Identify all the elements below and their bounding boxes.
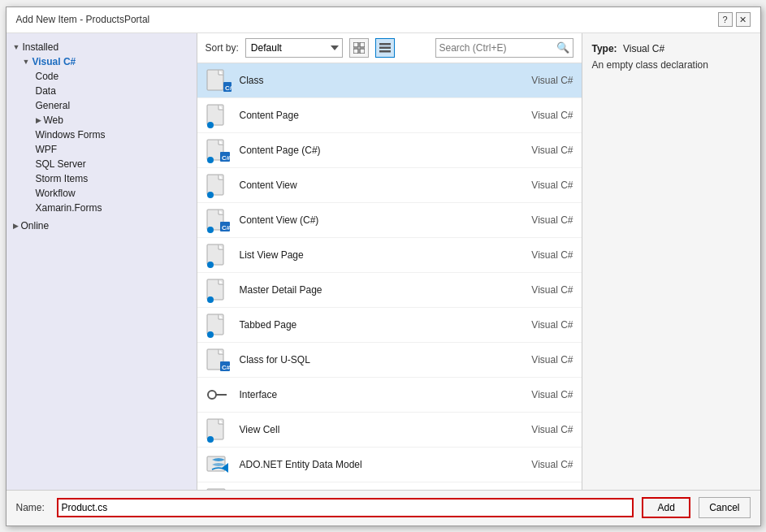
dialog-title: Add New Item - ProductsPortal — [16, 14, 150, 25]
svg-point-27 — [207, 331, 214, 338]
sidebar-item-wpf[interactable]: WPF — [6, 142, 197, 157]
sidebar-item-xamarin-forms[interactable]: Xamarin.Forms — [6, 201, 197, 215]
list-item[interactable]: Content View Visual C# — [197, 168, 582, 203]
ado-net-icon — [206, 452, 232, 478]
installed-label: Installed — [22, 41, 58, 53]
interface-icon — [206, 382, 232, 408]
master-detail-name: Master Detail Page — [240, 284, 500, 296]
list-item[interactable]: Master Detail Page Visual C# — [197, 273, 582, 308]
name-input[interactable] — [57, 498, 634, 517]
sidebar-item-workflow[interactable]: Workflow — [6, 186, 197, 201]
sidebar-item-visual-cs[interactable]: ▼ Visual C# — [6, 54, 197, 69]
sql-server-label: SQL Server — [36, 158, 86, 170]
wpf-label: WPF — [36, 144, 58, 155]
list-item[interactable]: C# Class for U-SQL Visual C# — [197, 343, 582, 378]
content-view-cs-type: Visual C# — [509, 214, 573, 226]
svg-point-17 — [207, 192, 214, 198]
general-label: General — [36, 100, 71, 111]
svg-text:C#: C# — [222, 223, 231, 231]
ado-net-type: Visual C# — [509, 459, 573, 470]
svg-point-23 — [207, 262, 214, 268]
type-label: Type: Visual C# — [592, 43, 751, 54]
cancel-button[interactable]: Cancel — [699, 497, 750, 518]
svg-text:C#: C# — [225, 84, 232, 92]
items-list: C# Class Visual C# Conten — [197, 63, 582, 490]
sidebar-item-general[interactable]: General — [6, 98, 197, 113]
sidebar-item-installed[interactable]: ▼ Installed — [6, 40, 197, 54]
list-item[interactable]: View Cell Visual C# — [197, 413, 582, 448]
sidebar-item-code[interactable]: Code — [6, 69, 197, 84]
view-list-button[interactable] — [375, 38, 395, 58]
type-description: An empty class declaration — [592, 59, 751, 71]
svg-rect-6 — [379, 50, 391, 53]
class-name: Class — [240, 75, 500, 86]
web-label: Web — [44, 115, 63, 126]
sidebar-item-data[interactable]: Data — [6, 84, 197, 98]
list-item[interactable]: C# Content View (C#) Visual C# — [197, 203, 582, 238]
storm-items-label: Storm Items — [36, 173, 89, 184]
code-label: Code — [36, 71, 59, 82]
sidebar-item-windows-forms[interactable]: Windows Forms — [6, 128, 197, 142]
list-item[interactable]: Application Manifest File Visual C# — [197, 482, 582, 490]
bottom-bar: Name: Add Cancel — [6, 490, 760, 526]
svg-rect-0 — [353, 42, 358, 47]
svg-rect-3 — [360, 49, 365, 54]
view-grid-button[interactable] — [349, 38, 369, 58]
content-view-name: Content View — [240, 179, 500, 191]
title-buttons: ? ✕ — [718, 12, 751, 27]
dialog: Add New Item - ProductsPortal ? ✕ ▼ Inst… — [6, 6, 761, 526]
tabbed-page-icon — [206, 312, 232, 338]
sidebar-item-storm-items[interactable]: Storm Items — [6, 171, 197, 186]
sidebar-item-web[interactable]: ▶ Web — [6, 113, 197, 128]
expand-web-icon: ▶ — [36, 116, 41, 124]
list-item[interactable]: Content Page Visual C# — [197, 98, 582, 133]
close-button[interactable]: ✕ — [736, 12, 751, 27]
content-view-cs-name: Content View (C#) — [240, 214, 500, 226]
svg-point-25 — [207, 296, 214, 303]
toolbar-row: Sort by: Default Name Type — [197, 33, 582, 63]
view-cell-name: View Cell — [240, 424, 500, 435]
expand-visual-cs-icon: ▼ — [23, 58, 30, 66]
view-cell-type: Visual C# — [509, 424, 573, 435]
visual-cs-label: Visual C# — [32, 56, 76, 67]
svg-rect-5 — [379, 46, 391, 49]
master-detail-type: Visual C# — [509, 284, 573, 296]
content-page-name: Content Page — [240, 110, 500, 121]
interface-type: Visual C# — [509, 389, 573, 400]
class-type: Visual C# — [509, 75, 573, 86]
type-value: Visual C# — [623, 43, 664, 54]
list-item[interactable]: C# Content Page (C#) Visual C# — [197, 133, 582, 168]
svg-rect-1 — [360, 42, 365, 47]
name-label: Name: — [16, 502, 49, 513]
list-item[interactable]: Tabbed Page Visual C# — [197, 308, 582, 343]
content-page-cs-icon: C# — [206, 137, 232, 163]
sort-label: Sort by: — [206, 42, 239, 54]
list-item[interactable]: ADO.NET Entity Data Model Visual C# — [197, 448, 582, 482]
data-label: Data — [36, 85, 56, 97]
windows-forms-label: Windows Forms — [36, 129, 106, 141]
workflow-label: Workflow — [36, 188, 76, 199]
help-button[interactable]: ? — [718, 12, 733, 27]
svg-point-15 — [207, 157, 214, 163]
content-view-icon — [206, 172, 232, 198]
list-item[interactable]: C# Class Visual C# — [197, 63, 582, 98]
list-view-page-type: Visual C# — [509, 249, 573, 261]
sort-select[interactable]: Default Name Type — [245, 38, 343, 58]
add-button[interactable]: Add — [642, 497, 690, 518]
view-cell-icon — [206, 417, 232, 443]
sidebar-item-sql-server[interactable]: SQL Server — [6, 157, 197, 171]
expand-installed-icon: ▼ — [13, 43, 20, 51]
online-label: Online — [21, 220, 50, 231]
search-input[interactable] — [439, 42, 553, 54]
list-item[interactable]: List View Page Visual C# — [197, 238, 582, 273]
expand-online-icon: ▶ — [13, 222, 19, 230]
svg-rect-4 — [379, 43, 391, 45]
list-icon — [379, 42, 391, 54]
left-panel: ▼ Installed ▼ Visual C# Code Data Genera… — [6, 33, 197, 490]
xamarin-forms-label: Xamarin.Forms — [36, 202, 102, 214]
svg-point-31 — [208, 391, 216, 399]
content-page-cs-type: Visual C# — [509, 145, 573, 156]
content-area: ▼ Installed ▼ Visual C# Code Data Genera… — [6, 33, 760, 490]
list-item[interactable]: Interface Visual C# — [197, 378, 582, 413]
sidebar-item-online[interactable]: ▶ Online — [6, 218, 197, 233]
